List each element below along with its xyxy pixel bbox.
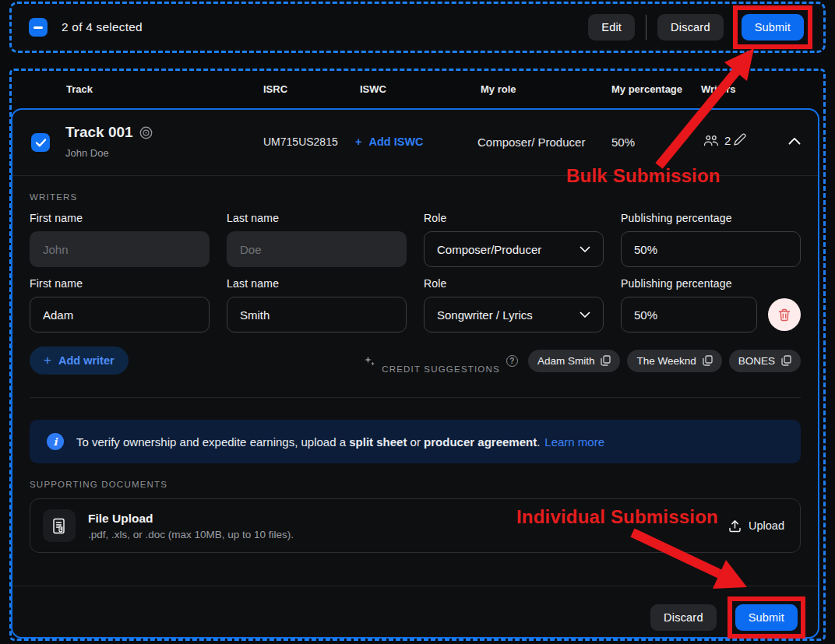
track-card: Track 001 John Doe UM715US2815 + Add ISW… — [11, 108, 819, 639]
writer1-first-name-field[interactable] — [30, 231, 210, 267]
writer1-role-select[interactable]: Composer/Producer — [424, 231, 604, 267]
info-icon: i — [47, 433, 64, 450]
suggestion-chip[interactable]: The Weeknd — [627, 350, 721, 372]
column-header-isrc: ISRC — [263, 71, 287, 108]
file-upload-title: File Upload — [88, 512, 294, 526]
column-header-writers: Writers — [701, 71, 736, 108]
column-header-my-role: My role — [481, 71, 516, 108]
disc-icon — [139, 126, 153, 139]
last-name-label: Last name — [227, 277, 407, 290]
upload-icon — [728, 519, 742, 533]
publishing-percentage-label: Publishing percentage — [621, 212, 801, 224]
column-header-iswc: ISWC — [360, 71, 386, 108]
chevron-down-icon — [580, 311, 590, 318]
document-paperclip-icon — [52, 518, 67, 534]
last-name-label: Last name — [227, 212, 407, 224]
track-role-value: Composer/ Producer — [477, 135, 585, 149]
writer1-percentage-field[interactable] — [621, 231, 801, 267]
column-header-track: Track — [66, 71, 93, 108]
collapse-track-button[interactable] — [788, 137, 801, 145]
bulk-selection-bar: 2 of 4 selected Edit Discard Submit — [9, 2, 826, 53]
writer2-first-name-field[interactable] — [30, 297, 210, 333]
trash-icon — [778, 308, 791, 322]
track-isrc-value: UM715US2815 — [263, 135, 338, 148]
people-icon — [703, 135, 719, 146]
publishing-percentage-label: Publishing percentage — [621, 277, 801, 290]
track-percentage-value: 50% — [611, 135, 635, 149]
writers-count: 2 — [703, 134, 731, 147]
supporting-documents-heading: SUPPORTING DOCUMENTS — [30, 480, 801, 489]
document-icon-box — [43, 509, 76, 542]
discard-button[interactable]: Discard — [650, 604, 717, 631]
copy-icon — [781, 355, 791, 366]
track-checkbox[interactable] — [31, 133, 50, 152]
add-iswc-button[interactable]: + Add ISWC — [355, 135, 424, 148]
file-upload-subtitle: .pdf, .xls, or .doc (max 10MB, up to 10 … — [88, 529, 294, 540]
check-icon — [36, 139, 46, 147]
chevron-up-icon — [788, 137, 801, 145]
plus-icon: + — [44, 353, 51, 368]
selection-count-text: 2 of 4 selected — [62, 20, 143, 34]
writer2-last-name-field[interactable] — [227, 297, 407, 333]
first-name-label: First name — [30, 212, 210, 224]
add-writer-row: + Add writer CREDIT SUGGESTIONS ? — [30, 347, 801, 375]
select-all-checkbox[interactable] — [29, 18, 48, 37]
writer-row-2: First name Last name Role Songwriter / L… — [30, 277, 801, 333]
credit-suggestions-heading: CREDIT SUGGESTIONS — [382, 364, 500, 374]
writers-section: WRITERS First name Last name Role Com — [12, 176, 818, 553]
sparkle-icon — [364, 355, 375, 367]
track-artist: John Doe — [65, 147, 109, 159]
edit-track-button[interactable] — [732, 132, 747, 147]
bulk-submit-highlight-box: Submit — [733, 5, 812, 49]
writer2-percentage-field[interactable] — [621, 297, 757, 333]
first-name-label: First name — [30, 277, 210, 290]
edit-button[interactable]: Edit — [588, 14, 635, 40]
role-label: Role — [424, 212, 604, 224]
copy-icon — [601, 355, 611, 366]
plus-icon: + — [355, 135, 361, 148]
individual-submit-highlight-box: Submit — [728, 596, 805, 639]
bulk-discard-button[interactable]: Discard — [657, 14, 724, 40]
suggestion-chip[interactable]: Adam Smith — [528, 350, 621, 372]
track-submission-screen: 2 of 4 selected Edit Discard Submit Trac… — [0, 0, 835, 644]
credit-suggestions: CREDIT SUGGESTIONS ? Adam Smith The Week… — [364, 348, 801, 374]
learn-more-link[interactable]: Learn more — [544, 435, 604, 449]
track-title: Track 001 — [65, 124, 133, 141]
role-label: Role — [424, 277, 604, 290]
column-header-percentage: My percentage — [611, 71, 682, 108]
delete-writer-button[interactable] — [768, 298, 801, 331]
indeterminate-minus-icon — [33, 26, 43, 29]
upload-button[interactable]: Upload — [728, 519, 784, 533]
writer2-role-select[interactable]: Songwriter / Lyrics — [424, 297, 604, 333]
bulk-submit-button[interactable]: Submit — [742, 14, 804, 40]
writer1-last-name-field[interactable] — [227, 231, 407, 267]
banner-text: To verify ownership and expedite earning… — [76, 435, 604, 449]
writers-heading: WRITERS — [30, 192, 801, 202]
suggestion-chip[interactable]: BONES — [729, 350, 801, 372]
bulk-submission-annotation: Bulk Submission — [566, 165, 720, 187]
ownership-info-banner: i To verify ownership and expedite earni… — [30, 420, 801, 463]
section-divider — [30, 397, 801, 398]
track-footer: Discard Submit — [12, 586, 818, 639]
writer-row-1: First name Last name Role Composer/Produ… — [30, 212, 801, 267]
help-icon[interactable]: ? — [506, 355, 518, 367]
toolbar-divider — [646, 15, 647, 40]
add-writer-button[interactable]: + Add writer — [30, 347, 129, 375]
pencil-icon — [732, 132, 747, 147]
chevron-down-icon — [580, 246, 590, 253]
individual-submission-annotation: Individual Submission — [516, 506, 718, 528]
individual-submit-button[interactable]: Submit — [735, 604, 798, 631]
track-list-region: Track ISRC ISWC My role My percentage Wr… — [9, 69, 826, 641]
copy-icon — [703, 355, 713, 366]
